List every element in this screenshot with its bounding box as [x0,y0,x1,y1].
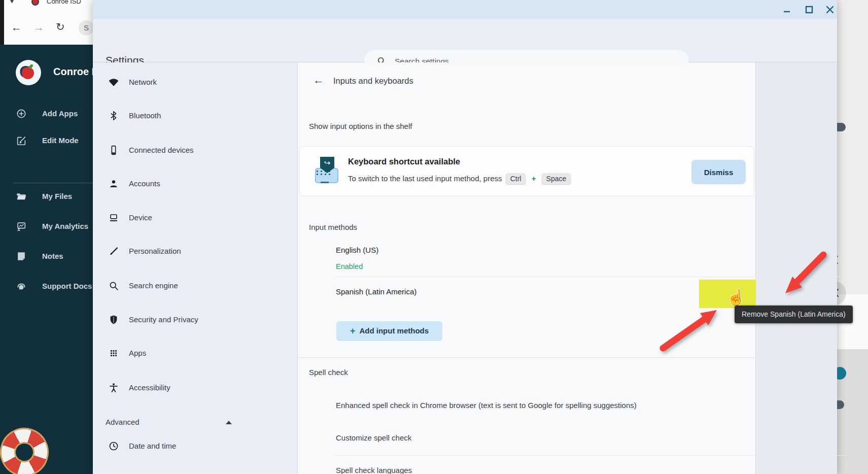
annotation-arrow-lower-icon [657,304,723,353]
accessibility-icon [108,382,119,393]
nav-item-security-privacy[interactable]: Security and Privacy [93,314,297,327]
page-title: Inputs and keyboards [333,76,413,86]
life-preserver-image [0,422,55,474]
sidebar-item-my-files[interactable]: My Files [0,191,93,204]
close-button[interactable] [823,3,837,16]
tab-caret-icon[interactable]: ▾ [10,0,14,5]
browser-tab-title[interactable]: Conroe ISD [47,0,81,5]
settings-header: Settings [93,19,837,62]
nav-item-personalization[interactable]: Personalization [93,245,297,258]
space-keycap: Space [541,173,572,184]
clock-icon [108,441,119,452]
plus-icon: + [350,326,356,336]
nav-item-search-engine[interactable]: Search engine [93,280,297,293]
settings-nav: Network Bluetooth Connected devices Acco… [93,62,297,474]
edit-icon [16,135,27,146]
nav-item-device[interactable]: Device [93,212,297,225]
brand-name: Conroe ISD [53,66,93,78]
school-sidebar: C Conroe ISD Add Apps Edit Mode [0,45,93,474]
note-icon [16,251,27,262]
shield-icon [108,314,119,325]
nav-item-accessibility[interactable]: Accessibility [93,382,297,395]
collapse-caret-icon [226,421,232,424]
spell-check-languages-label: Spell check languages [336,466,412,474]
bluetooth-icon [108,110,119,121]
magnifier-icon [108,280,119,291]
screen: ▾ Conroe ISD ← → ↻ S C Conroe ISD Add Ap… [0,0,868,474]
plus-separator: + [532,174,536,183]
plus-circle-icon [16,108,27,119]
person-icon [108,178,119,189]
tooltip: Remove Spanish (Latin America) [735,306,853,323]
analytics-icon [16,221,27,232]
nav-item-accounts[interactable]: Accounts [93,178,297,191]
folder-icon [16,191,27,202]
keyboard-shortcut-icon: ↪ [314,159,340,185]
browser-forward-button[interactable]: → [33,21,44,33]
browser-back-button[interactable]: ← [11,21,22,33]
apple-icon [22,67,34,79]
browser-avatar[interactable]: S [79,20,94,36]
sidebar-item-support-docs[interactable]: Support Docs [0,281,93,294]
input-methods-section-label: Input methods [309,223,357,231]
nav-item-network[interactable]: Network [93,76,297,89]
keyboard-shortcut-card: ↪ Keyboard shortcut available To switch … [299,146,754,196]
phone-icon [108,145,119,156]
sidebar-item-add-apps[interactable]: Add Apps [0,108,93,121]
minimize-button[interactable] [780,3,793,16]
section-divider [298,357,756,358]
enhanced-spell-check-label: Enhanced spell check in Chrome browser (… [336,401,671,410]
apps-grid-icon [108,348,119,359]
back-arrow-button[interactable]: ← [313,74,324,87]
customize-spell-check-label: Customize spell check [336,433,411,442]
ctrl-keycap: Ctrl [505,173,527,184]
nav-item-connected-devices[interactable]: Connected devices [93,144,297,157]
maximize-button[interactable] [803,3,816,16]
nav-item-bluetooth[interactable]: Bluetooth [93,110,297,123]
nav-item-date-time[interactable]: Date and time [93,440,297,453]
sidebar-divider [13,183,93,183]
window-titlebar [93,0,837,19]
laptop-icon [108,212,119,223]
settings-window: Settings Network Bluetooth [93,0,837,474]
annotation-arrow-upper-icon [775,250,836,300]
wifi-icon [108,77,119,88]
nav-advanced-toggle[interactable]: Advanced [93,416,297,429]
browser-reload-button[interactable]: ↻ [56,21,65,33]
hand-cursor-icon: ☝ [726,288,745,306]
inputs-keyboards-panel: ← Inputs and keyboards Show input option… [297,62,756,474]
nav-item-apps[interactable]: Apps [93,347,297,360]
dismiss-button[interactable]: Dismiss [691,160,746,184]
sidebar-item-edit-mode[interactable]: Edit Mode [0,135,93,148]
card-title: Keyboard shortcut available [348,157,460,166]
add-input-methods-button[interactable]: +Add input methods [336,321,442,341]
support-headset-icon [16,281,27,292]
card-description: To switch to the last used input method,… [348,173,572,184]
sidebar-item-notes[interactable]: Notes [0,251,93,264]
conroe-logo: C [16,60,41,85]
brush-icon [108,246,119,257]
screen-edge [0,0,4,46]
spell-check-label: Spell check [309,368,348,377]
tab-favicon [31,0,39,6]
shelf-option-label: Show input options in the shelf [309,122,412,130]
sidebar-item-my-analytics[interactable]: My Analytics [0,221,93,234]
enabled-status: Enabled [336,262,363,270]
